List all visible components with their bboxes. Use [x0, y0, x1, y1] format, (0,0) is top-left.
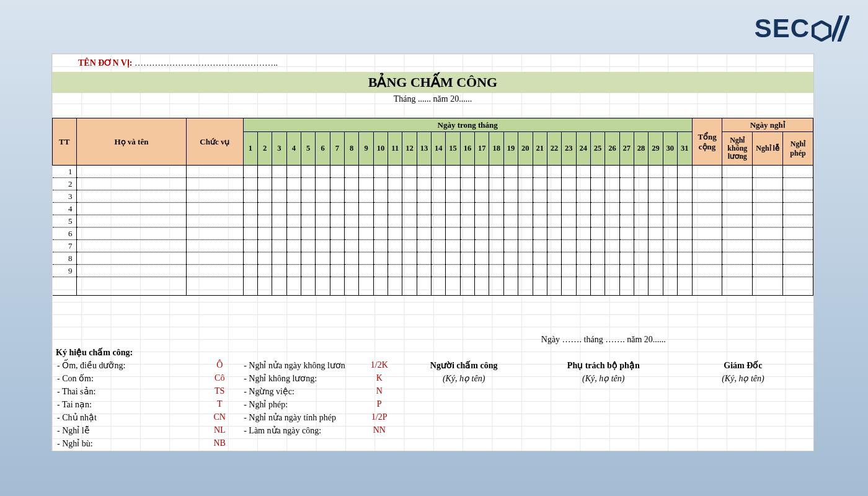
data-cell[interactable] [257, 215, 272, 228]
data-cell[interactable] [489, 277, 503, 296]
data-cell[interactable] [272, 265, 286, 277]
data-cell[interactable] [286, 265, 301, 277]
data-cell[interactable] [533, 166, 547, 178]
data-cell[interactable] [446, 277, 460, 296]
data-cell[interactable] [619, 190, 634, 203]
data-cell[interactable] [402, 252, 417, 265]
data-cell[interactable] [518, 277, 533, 296]
data-cell[interactable] [316, 190, 330, 203]
data-cell[interactable] [417, 166, 431, 178]
data-cell[interactable] [187, 252, 243, 265]
data-cell[interactable] [417, 228, 431, 240]
data-cell[interactable] [417, 190, 431, 203]
data-cell[interactable] [373, 203, 388, 215]
data-cell[interactable] [722, 252, 753, 265]
data-cell[interactable] [373, 215, 388, 228]
data-cell[interactable] [301, 252, 316, 265]
data-cell[interactable] [359, 178, 373, 190]
data-cell[interactable] [663, 178, 677, 190]
data-cell[interactable] [782, 277, 813, 296]
data-cell[interactable] [373, 240, 388, 252]
data-cell[interactable] [187, 178, 243, 190]
data-cell[interactable] [722, 190, 753, 203]
data-cell[interactable] [518, 215, 533, 228]
data-cell[interactable] [272, 166, 286, 178]
data-cell[interactable] [417, 265, 431, 277]
data-cell[interactable] [316, 178, 330, 190]
data-cell[interactable] [562, 240, 576, 252]
data-cell[interactable] [460, 228, 474, 240]
data-cell[interactable] [692, 203, 722, 215]
data-cell[interactable] [722, 178, 753, 190]
data-cell[interactable] [345, 203, 359, 215]
data-cell[interactable] [649, 228, 663, 240]
data-cell[interactable] [446, 215, 460, 228]
data-cell[interactable] [663, 166, 677, 178]
data-cell[interactable] [417, 203, 431, 215]
data-cell[interactable] [590, 178, 604, 190]
data-cell[interactable] [782, 203, 813, 215]
data-cell[interactable] [782, 215, 813, 228]
data-cell[interactable] [388, 166, 402, 178]
data-cell[interactable] [76, 215, 187, 228]
data-cell[interactable] [562, 252, 576, 265]
data-cell[interactable] [460, 277, 474, 296]
data-cell[interactable] [286, 240, 301, 252]
data-cell[interactable] [257, 203, 272, 215]
data-cell[interactable] [76, 228, 187, 240]
data-cell[interactable] [533, 190, 547, 203]
data-cell[interactable] [475, 228, 489, 240]
data-cell[interactable] [417, 277, 431, 296]
data-cell[interactable] [605, 240, 619, 252]
data-cell[interactable] [619, 277, 634, 296]
data-cell[interactable] [576, 178, 590, 190]
data-cell[interactable] [243, 240, 257, 252]
data-cell[interactable] [460, 166, 474, 178]
data-cell[interactable] [649, 166, 663, 178]
data-cell[interactable] [345, 252, 359, 265]
data-cell[interactable] [359, 203, 373, 215]
data-cell[interactable] [782, 252, 813, 265]
data-cell[interactable] [518, 203, 533, 215]
data-cell[interactable] [649, 178, 663, 190]
data-cell[interactable] [722, 240, 753, 252]
data-cell[interactable] [634, 277, 648, 296]
data-cell[interactable] [345, 166, 359, 178]
data-cell[interactable] [503, 228, 518, 240]
data-cell[interactable] [301, 240, 316, 252]
data-cell[interactable] [576, 277, 590, 296]
data-cell[interactable] [692, 240, 722, 252]
data-cell[interactable] [503, 265, 518, 277]
data-cell[interactable] [782, 178, 813, 190]
data-cell[interactable] [753, 240, 783, 252]
data-cell[interactable] [388, 203, 402, 215]
data-cell[interactable] [547, 166, 561, 178]
data-cell[interactable] [257, 252, 272, 265]
data-cell[interactable] [373, 252, 388, 265]
data-cell[interactable] [475, 166, 489, 178]
data-cell[interactable] [692, 178, 722, 190]
data-cell[interactable] [677, 240, 692, 252]
data-cell[interactable] [76, 190, 187, 203]
data-cell[interactable] [605, 203, 619, 215]
data-cell[interactable] [446, 166, 460, 178]
data-cell[interactable] [76, 252, 187, 265]
data-cell[interactable] [562, 178, 576, 190]
data-cell[interactable] [634, 190, 648, 203]
data-cell[interactable] [590, 228, 604, 240]
data-cell[interactable] [330, 265, 344, 277]
data-cell[interactable] [402, 240, 417, 252]
data-cell[interactable] [388, 240, 402, 252]
data-cell[interactable] [475, 277, 489, 296]
data-cell[interactable] [475, 215, 489, 228]
data-cell[interactable] [722, 228, 753, 240]
data-cell[interactable] [301, 228, 316, 240]
data-cell[interactable] [187, 228, 243, 240]
data-cell[interactable] [663, 203, 677, 215]
data-cell[interactable] [316, 203, 330, 215]
data-cell[interactable] [417, 252, 431, 265]
data-cell[interactable] [782, 166, 813, 178]
data-cell[interactable] [753, 178, 783, 190]
data-cell[interactable] [634, 203, 648, 215]
data-cell[interactable] [432, 277, 446, 296]
